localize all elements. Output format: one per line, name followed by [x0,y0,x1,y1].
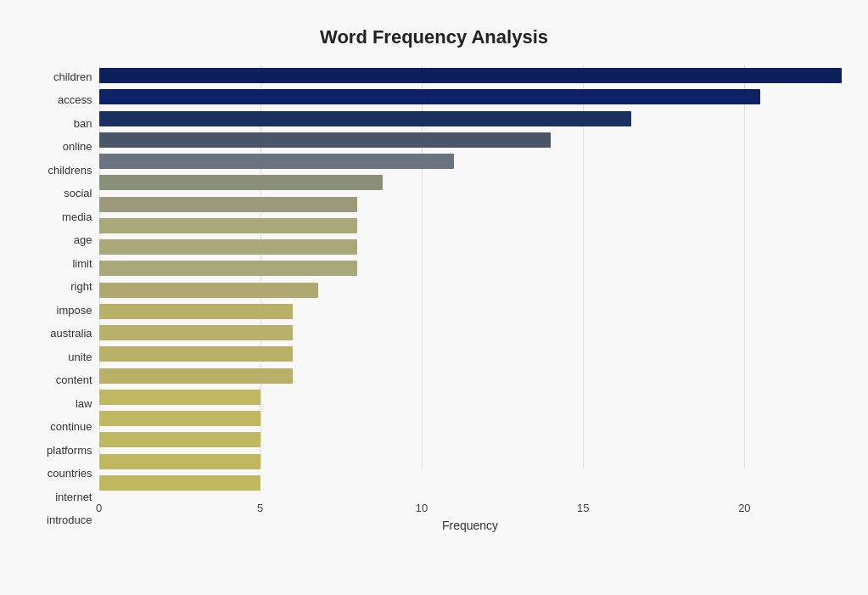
bar-law [99,368,293,384]
bar-content [99,346,293,362]
bar-row-online [99,131,842,149]
bar-row-unite [99,323,842,342]
bar-right [99,261,357,276]
y-label-limit: limit [72,258,92,269]
bar-row-australia [99,302,842,321]
y-label-access: access [58,94,92,105]
x-tick-5: 5 [257,502,263,514]
bar-row-impose [99,281,842,300]
bar-media [99,197,357,212]
y-label-introduce: introduce [47,514,92,525]
bar-row-ban [99,109,842,128]
y-label-online: online [63,141,92,152]
x-tick-0: 0 [96,502,102,514]
y-label-platforms: platforms [47,445,92,456]
bar-continue [99,390,260,405]
bar-platforms [99,411,260,426]
bar-age [99,218,357,233]
y-label-countries: countries [48,468,92,479]
y-label-continue: continue [50,421,92,432]
y-label-internet: internet [55,491,92,502]
bar-introduce [99,475,260,491]
bar-row-age [99,216,842,235]
bar-row-limit [99,238,842,256]
bar-row-introduce [99,474,842,492]
y-label-australia: australia [50,328,92,339]
bar-online [99,132,552,148]
y-label-unite: unite [68,351,92,362]
bar-limit [99,239,357,255]
y-axis-labels: childrenaccessbanonlinechildrenssocialme… [27,65,99,532]
bar-impose [99,283,319,298]
y-label-ban: ban [74,118,92,129]
bar-ban [99,111,632,126]
y-label-social: social [64,188,92,199]
bar-row-platforms [99,409,842,428]
bar-childrens [99,154,454,169]
x-tick-15: 15 [577,502,589,514]
bar-row-continue [99,388,842,407]
y-label-children: children [53,71,92,82]
bar-access [99,89,761,104]
y-label-media: media [62,211,92,222]
y-label-childrens: childrens [48,165,92,176]
chart-title: Word Frequency Analysis [27,26,842,48]
bar-row-law [99,367,842,385]
bar-row-content [99,345,842,363]
bar-australia [99,304,293,319]
chart-container: Word Frequency Analysis childrenaccessba… [10,9,859,587]
bar-row-access [99,87,842,106]
x-tick-20: 20 [738,502,750,514]
bar-row-media [99,195,842,214]
bar-internet [99,454,260,469]
y-label-age: age [74,234,92,245]
bar-row-countries [99,430,842,449]
bar-row-children [99,66,842,85]
bar-row-social [99,173,842,192]
bar-row-childrens [99,152,842,171]
bar-countries [99,432,260,447]
y-label-law: law [76,398,92,409]
y-label-impose: impose [57,305,92,316]
y-label-right: right [70,281,92,292]
y-label-content: content [56,374,92,385]
x-tick-10: 10 [416,502,428,514]
bar-row-right [99,259,842,278]
bar-children [99,68,842,83]
bar-row-internet [99,452,842,471]
x-axis-label: Frequency [99,519,842,532]
bar-social [99,175,384,190]
bar-unite [99,325,293,340]
